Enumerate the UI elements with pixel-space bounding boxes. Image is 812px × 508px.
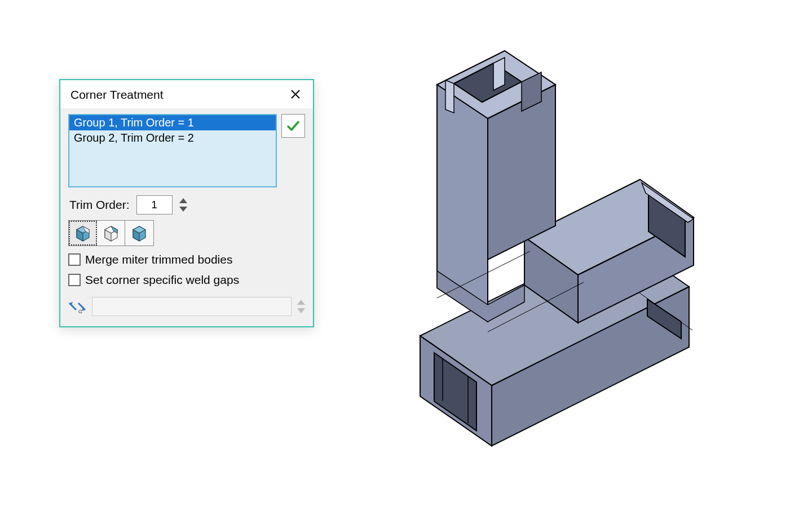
dialog-title: Corner Treatment [70, 88, 164, 102]
close-icon [290, 89, 301, 99]
chevron-up-icon[interactable] [179, 198, 187, 203]
treatment-toggle-group [68, 220, 154, 246]
trim-type-3-button[interactable] [125, 221, 153, 246]
cube-icon [73, 224, 92, 242]
weld-gaps-row: Set corner specific weld gaps [68, 273, 305, 287]
trim-type-2-button[interactable] [97, 221, 125, 246]
weld-gap-icon: G [68, 299, 86, 314]
gap-row: G [68, 297, 305, 316]
trim-type-1-button[interactable] [69, 221, 97, 246]
gap-input [92, 297, 292, 316]
svg-marker-35 [445, 80, 454, 113]
merge-miter-checkbox[interactable] [68, 253, 81, 266]
trim-order-spinner[interactable] [179, 198, 187, 212]
cube-icon [102, 224, 121, 242]
svg-marker-36 [493, 58, 505, 90]
chevron-up-icon [297, 300, 305, 305]
structural-members-illustration [361, 40, 722, 452]
gap-spinner [297, 300, 305, 313]
corner-treatment-dialog: Corner Treatment Group 1, Trim Order = 1… [59, 79, 314, 327]
dialog-body: Group 1, Trim Order = 1 Group 2, Trim Or… [60, 108, 313, 326]
trim-order-label: Trim Order: [69, 198, 130, 212]
model-3d-view[interactable] [361, 40, 722, 452]
weld-gaps-checkbox[interactable] [68, 274, 81, 286]
trim-order-row: Trim Order: [68, 195, 305, 214]
group-list-item[interactable]: Group 1, Trim Order = 1 [69, 115, 276, 130]
close-button[interactable] [288, 87, 303, 103]
chevron-down-icon[interactable] [179, 207, 187, 212]
svg-text:G: G [78, 309, 82, 314]
ok-button[interactable] [281, 114, 305, 138]
list-area: Group 1, Trim Order = 1 Group 2, Trim Or… [68, 114, 305, 187]
dialog-header: Corner Treatment [60, 80, 313, 108]
merge-miter-label: Merge miter trimmed bodies [85, 253, 232, 266]
checkmark-icon [286, 119, 301, 133]
chevron-down-icon [297, 308, 305, 313]
merge-miter-row: Merge miter trimmed bodies [68, 253, 305, 266]
group-list[interactable]: Group 1, Trim Order = 1 Group 2, Trim Or… [68, 114, 277, 187]
trim-order-input[interactable] [136, 195, 173, 214]
weld-gaps-label: Set corner specific weld gaps [85, 273, 239, 287]
group-list-item[interactable]: Group 2, Trim Order = 2 [69, 130, 276, 146]
cube-icon [130, 224, 149, 242]
